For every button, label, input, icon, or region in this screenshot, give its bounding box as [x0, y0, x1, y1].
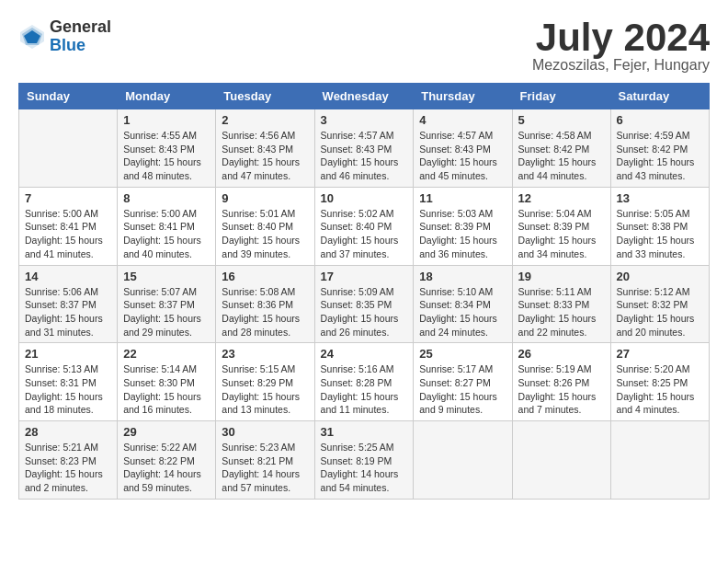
day-number: 16 — [222, 270, 308, 283]
day-info: Sunrise: 5:21 AM Sunset: 8:23 PM Dayligh… — [25, 441, 111, 495]
calendar-cell: 13Sunrise: 5:05 AM Sunset: 8:38 PM Dayli… — [610, 187, 709, 265]
day-number: 28 — [25, 425, 111, 439]
weekday-header: Saturday — [610, 84, 709, 109]
day-number: 26 — [518, 347, 605, 361]
calendar-cell: 28Sunrise: 5:21 AM Sunset: 8:23 PM Dayli… — [19, 421, 118, 500]
calendar-body: 1Sunrise: 4:55 AM Sunset: 8:43 PM Daylig… — [19, 109, 710, 500]
calendar-cell: 25Sunrise: 5:17 AM Sunset: 8:27 PM Dayli… — [414, 343, 512, 421]
day-number: 12 — [518, 191, 605, 205]
day-info: Sunrise: 4:56 AM Sunset: 8:43 PM Dayligh… — [222, 129, 308, 183]
day-info: Sunrise: 5:00 AM Sunset: 8:41 PM Dayligh… — [25, 207, 111, 261]
calendar-cell — [512, 421, 610, 500]
weekday-header: Monday — [118, 84, 216, 109]
day-number: 30 — [222, 425, 308, 439]
calendar-week-row: 14Sunrise: 5:06 AM Sunset: 8:37 PM Dayli… — [19, 265, 710, 343]
weekday-header: Wednesday — [314, 84, 414, 109]
day-number: 18 — [419, 270, 506, 283]
day-number: 21 — [25, 347, 111, 361]
page-header: General Blue July 2024 Mezoszilas, Fejer… — [18, 18, 710, 74]
day-info: Sunrise: 5:02 AM Sunset: 8:40 PM Dayligh… — [321, 207, 408, 261]
weekday-header: Tuesday — [216, 84, 314, 109]
day-number: 15 — [123, 270, 210, 283]
day-info: Sunrise: 5:14 AM Sunset: 8:30 PM Dayligh… — [123, 362, 210, 417]
day-number: 31 — [321, 425, 408, 439]
day-number: 1 — [123, 113, 210, 127]
day-info: Sunrise: 5:08 AM Sunset: 8:36 PM Dayligh… — [222, 285, 308, 339]
day-info: Sunrise: 5:05 AM Sunset: 8:38 PM Dayligh… — [617, 207, 703, 261]
calendar-cell: 3Sunrise: 4:57 AM Sunset: 8:43 PM Daylig… — [314, 109, 414, 188]
calendar-cell: 24Sunrise: 5:16 AM Sunset: 8:28 PM Dayli… — [314, 343, 414, 421]
day-info: Sunrise: 5:04 AM Sunset: 8:39 PM Dayligh… — [518, 207, 605, 261]
calendar-cell: 19Sunrise: 5:11 AM Sunset: 8:33 PM Dayli… — [512, 265, 610, 343]
calendar-week-row: 1Sunrise: 4:55 AM Sunset: 8:43 PM Daylig… — [19, 109, 710, 188]
day-number: 27 — [617, 347, 703, 361]
day-info: Sunrise: 5:22 AM Sunset: 8:22 PM Dayligh… — [123, 441, 210, 495]
calendar-cell — [414, 421, 512, 500]
day-info: Sunrise: 5:07 AM Sunset: 8:37 PM Dayligh… — [123, 285, 210, 339]
day-info: Sunrise: 5:10 AM Sunset: 8:34 PM Dayligh… — [419, 285, 506, 339]
weekday-header: Friday — [512, 84, 610, 109]
day-info: Sunrise: 5:00 AM Sunset: 8:41 PM Dayligh… — [123, 207, 210, 261]
day-number: 22 — [123, 347, 210, 361]
day-number: 19 — [518, 270, 605, 283]
day-number: 7 — [25, 191, 111, 205]
calendar-cell: 17Sunrise: 5:09 AM Sunset: 8:35 PM Dayli… — [314, 265, 414, 343]
day-number: 5 — [518, 113, 605, 127]
day-number: 17 — [321, 270, 408, 283]
location-text: Mezoszilas, Fejer, Hungary — [532, 57, 710, 74]
day-number: 6 — [617, 113, 703, 127]
title-section: July 2024 Mezoszilas, Fejer, Hungary — [532, 18, 710, 74]
calendar-cell — [19, 109, 118, 188]
calendar-cell: 6Sunrise: 4:59 AM Sunset: 8:42 PM Daylig… — [610, 109, 709, 188]
calendar-cell: 27Sunrise: 5:20 AM Sunset: 8:25 PM Dayli… — [610, 343, 709, 421]
day-info: Sunrise: 5:11 AM Sunset: 8:33 PM Dayligh… — [518, 285, 605, 339]
calendar-cell: 8Sunrise: 5:00 AM Sunset: 8:41 PM Daylig… — [118, 187, 216, 265]
day-number: 11 — [419, 191, 506, 205]
calendar-cell: 22Sunrise: 5:14 AM Sunset: 8:30 PM Dayli… — [118, 343, 216, 421]
day-info: Sunrise: 5:17 AM Sunset: 8:27 PM Dayligh… — [419, 362, 506, 417]
day-info: Sunrise: 5:01 AM Sunset: 8:40 PM Dayligh… — [222, 207, 308, 261]
calendar-cell: 10Sunrise: 5:02 AM Sunset: 8:40 PM Dayli… — [314, 187, 414, 265]
weekday-header: Thursday — [414, 84, 512, 109]
calendar-cell: 23Sunrise: 5:15 AM Sunset: 8:29 PM Dayli… — [216, 343, 314, 421]
logo-general-text: General — [50, 18, 111, 37]
logo: General Blue — [18, 18, 111, 55]
day-number: 29 — [123, 425, 210, 439]
day-info: Sunrise: 5:19 AM Sunset: 8:26 PM Dayligh… — [518, 362, 605, 417]
calendar-cell: 15Sunrise: 5:07 AM Sunset: 8:37 PM Dayli… — [118, 265, 216, 343]
calendar-cell: 31Sunrise: 5:25 AM Sunset: 8:19 PM Dayli… — [314, 421, 414, 500]
day-info: Sunrise: 5:09 AM Sunset: 8:35 PM Dayligh… — [321, 285, 408, 339]
logo-icon — [18, 23, 46, 51]
calendar-cell: 2Sunrise: 4:56 AM Sunset: 8:43 PM Daylig… — [216, 109, 314, 188]
day-number: 20 — [617, 270, 703, 283]
day-info: Sunrise: 5:20 AM Sunset: 8:25 PM Dayligh… — [617, 362, 703, 417]
day-info: Sunrise: 5:16 AM Sunset: 8:28 PM Dayligh… — [321, 362, 408, 417]
month-title: July 2024 — [532, 18, 710, 57]
calendar-cell: 18Sunrise: 5:10 AM Sunset: 8:34 PM Dayli… — [414, 265, 512, 343]
calendar-week-row: 28Sunrise: 5:21 AM Sunset: 8:23 PM Dayli… — [19, 421, 710, 500]
logo-blue-text: Blue — [50, 37, 111, 55]
day-info: Sunrise: 4:57 AM Sunset: 8:43 PM Dayligh… — [419, 129, 506, 183]
day-number: 24 — [321, 347, 408, 361]
day-info: Sunrise: 5:13 AM Sunset: 8:31 PM Dayligh… — [25, 362, 111, 417]
calendar-header: SundayMondayTuesdayWednesdayThursdayFrid… — [19, 84, 710, 109]
calendar-cell: 9Sunrise: 5:01 AM Sunset: 8:40 PM Daylig… — [216, 187, 314, 265]
day-info: Sunrise: 4:59 AM Sunset: 8:42 PM Dayligh… — [617, 129, 703, 183]
calendar-cell: 14Sunrise: 5:06 AM Sunset: 8:37 PM Dayli… — [19, 265, 118, 343]
calendar-cell: 12Sunrise: 5:04 AM Sunset: 8:39 PM Dayli… — [512, 187, 610, 265]
day-number: 13 — [617, 191, 703, 205]
day-info: Sunrise: 5:25 AM Sunset: 8:19 PM Dayligh… — [321, 441, 408, 495]
calendar-cell: 30Sunrise: 5:23 AM Sunset: 8:21 PM Dayli… — [216, 421, 314, 500]
calendar-cell: 29Sunrise: 5:22 AM Sunset: 8:22 PM Dayli… — [118, 421, 216, 500]
calendar-cell: 16Sunrise: 5:08 AM Sunset: 8:36 PM Dayli… — [216, 265, 314, 343]
calendar-cell: 20Sunrise: 5:12 AM Sunset: 8:32 PM Dayli… — [610, 265, 709, 343]
day-number: 10 — [321, 191, 408, 205]
calendar-cell: 7Sunrise: 5:00 AM Sunset: 8:41 PM Daylig… — [19, 187, 118, 265]
calendar-cell: 1Sunrise: 4:55 AM Sunset: 8:43 PM Daylig… — [118, 109, 216, 188]
day-number: 4 — [419, 113, 506, 127]
calendar-cell: 11Sunrise: 5:03 AM Sunset: 8:39 PM Dayli… — [414, 187, 512, 265]
calendar-table: SundayMondayTuesdayWednesdayThursdayFrid… — [18, 83, 710, 500]
calendar-cell: 5Sunrise: 4:58 AM Sunset: 8:42 PM Daylig… — [512, 109, 610, 188]
calendar-week-row: 21Sunrise: 5:13 AM Sunset: 8:31 PM Dayli… — [19, 343, 710, 421]
day-info: Sunrise: 5:12 AM Sunset: 8:32 PM Dayligh… — [617, 285, 703, 339]
